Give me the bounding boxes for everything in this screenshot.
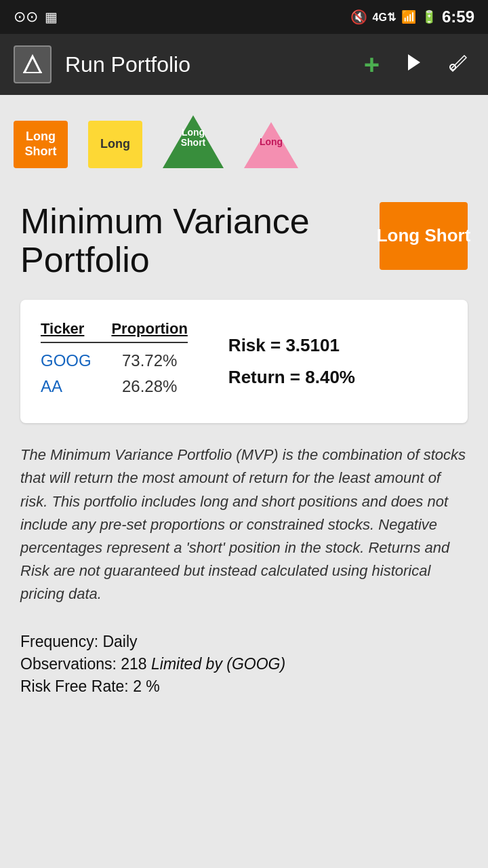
status-time: 6:59 <box>442 7 474 26</box>
badge-pink-triangle-label: Long <box>260 137 283 147</box>
proportion-goog: 73.72% <box>122 351 177 370</box>
play-icon <box>404 53 423 72</box>
mute-icon: 🔇 <box>350 9 367 25</box>
portfolio-description: The Minimum Variance Portfolio (MVP) is … <box>20 443 468 606</box>
footer-stats: Frequency: Daily Observations: 218 Limit… <box>20 633 468 696</box>
proportion-aa: 26.28% <box>122 377 177 396</box>
status-right: 🔇 4G⇅ 📶 🔋 6:59 <box>350 7 474 26</box>
signal-icon: 📶 <box>401 9 416 24</box>
badge-yellow-square: Long <box>88 121 142 168</box>
ticker-column: Ticker Proportion GOOG 73.72% AA 26.28% <box>41 320 188 403</box>
badge-orange-square: LongShort <box>14 121 68 168</box>
settings-button[interactable] <box>447 52 468 77</box>
portfolio-item-2[interactable]: LongShort <box>163 115 224 168</box>
status-bar: ⊙⊙ ▦ 🔇 4G⇅ 📶 🔋 6:59 <box>0 0 488 34</box>
portfolio-type-badge: Long Short <box>380 202 468 270</box>
app-logo <box>14 45 52 83</box>
portfolio-title-row: Minimum Variance Portfolio Long Short <box>20 202 468 279</box>
table-row: GOOG 73.72% <box>41 351 188 370</box>
ticker-col-header: Ticker <box>41 320 84 338</box>
risk-free-stat: Risk Free Rate: 2 % <box>20 677 468 696</box>
voicemail-icon: ⊙⊙ <box>14 8 38 26</box>
toolbar-actions: + <box>364 50 468 80</box>
portfolio-strip: LongShort Long LongShort Long <box>0 95 488 182</box>
4g-icon: 4G⇅ <box>373 11 396 24</box>
risk-return-column: Risk = 3.5101 Return = 8.40% <box>228 320 355 403</box>
play-button[interactable] <box>404 53 423 77</box>
return-value: Return = 8.40% <box>228 367 355 388</box>
bars-icon: ▦ <box>45 9 58 25</box>
portfolio-item-3[interactable]: Long <box>244 122 298 168</box>
ticker-goog: GOOG <box>41 351 95 370</box>
stats-table: Ticker Proportion GOOG 73.72% AA 26.28% … <box>41 320 447 403</box>
battery-icon: 🔋 <box>422 9 436 24</box>
portfolio-item-0[interactable]: LongShort <box>14 121 68 168</box>
status-left: ⊙⊙ ▦ <box>14 8 58 26</box>
stats-card: Ticker Proportion GOOG 73.72% AA 26.28% … <box>20 300 468 423</box>
app-title: Run Portfolio <box>65 52 350 77</box>
portfolio-name: Minimum Variance Portfolio <box>20 202 366 279</box>
wrench-icon <box>447 52 468 73</box>
svg-marker-2 <box>408 54 420 71</box>
add-button[interactable]: + <box>364 50 380 80</box>
ticker-aa: AA <box>41 377 95 396</box>
top-bar: Run Portfolio + <box>0 34 488 95</box>
ticker-header: Ticker Proportion <box>41 320 188 343</box>
risk-value: Risk = 3.5101 <box>228 335 355 356</box>
main-content: Minimum Variance Portfolio Long Short Ti… <box>0 182 488 720</box>
observations-limited: Limited by (GOOG) <box>151 655 285 673</box>
frequency-stat: Frequency: Daily <box>20 633 468 651</box>
app-logo-icon <box>19 51 46 78</box>
portfolio-item-1[interactable]: Long <box>88 121 142 168</box>
table-row: AA 26.28% <box>41 377 188 396</box>
observations-stat: Observations: 218 Limited by (GOOG) <box>20 655 468 673</box>
badge-green-triangle-label: LongShort <box>181 127 206 149</box>
proportion-col-header: Proportion <box>111 320 187 338</box>
